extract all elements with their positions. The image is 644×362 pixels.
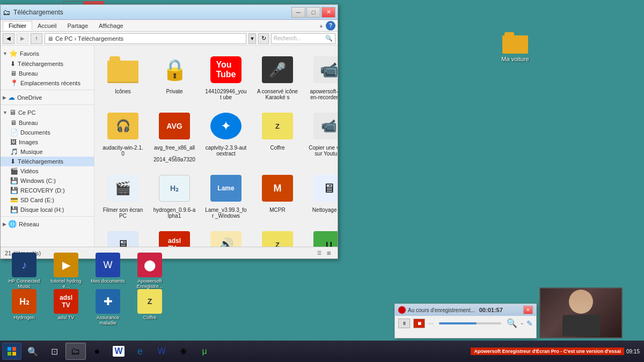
file-youtube[interactable]: YouTube 1441029946_yout ube	[202, 50, 250, 103]
search-box[interactable]: Recherch... 🔍	[271, 33, 335, 44]
view-list-btn[interactable]: ☰	[315, 249, 324, 257]
sidebar-item-telechargements-fav[interactable]: ⬇ Téléchargements	[1, 59, 94, 69]
sidebar-section-reseau[interactable]: ▶ 🌐 Réseau	[1, 218, 94, 230]
file-filmer[interactable]: 🎬 Filmer son écran PC	[99, 168, 147, 221]
sidebar-section-cepc[interactable]: ▼ 🖥 Ce PC	[1, 107, 94, 118]
file-icon-captvity: ✦	[209, 109, 243, 143]
title-bar: 🗂 Téléchargements ─ □ ✕	[1, 5, 338, 20]
sidebar-item-musique[interactable]: 🎵Musique	[1, 147, 94, 157]
file-coffre2[interactable]: Z	[253, 225, 302, 247]
file-utorrent[interactable]: μ	[305, 225, 338, 247]
bottom-app-assurance[interactable]: ✚ Assurance maladie	[89, 289, 127, 326]
taskbar-utorrent[interactable]: μ	[194, 343, 215, 360]
file-label: Filmer son écran PC	[101, 207, 144, 219]
address-dropdown[interactable]: ▼	[248, 33, 256, 44]
recording-status-icon	[398, 306, 406, 314]
tab-fichier[interactable]: Fichier	[3, 21, 32, 31]
minimize-button[interactable]: ─	[291, 7, 305, 18]
file-karaoke[interactable]: 🎤 A conservé icône Karaoké s	[253, 50, 302, 103]
sidebar-item-recovery-d[interactable]: 💾RECOVERY (D:)	[1, 186, 94, 195]
file-private[interactable]: 🔒 Private	[150, 50, 199, 103]
ribbon-tabs: Fichier Accueil Partage Affichage ▲ ?	[1, 20, 338, 32]
tab-affichage[interactable]: Affichage	[93, 21, 129, 30]
maximize-button[interactable]: □	[306, 7, 320, 18]
taskbar-word[interactable]: W	[108, 343, 129, 360]
file-audacity[interactable]: 🎧 audacity-win-2.1. 0	[99, 106, 147, 165]
up-button[interactable]: ↑	[31, 33, 42, 44]
sidebar-item-windows-c[interactable]: 💾Windows (C:)	[1, 176, 94, 186]
sidebar-section-favoris[interactable]: ▼ ⭐ Favoris	[1, 48, 94, 59]
explorer-content: ▼ ⭐ Favoris ⬇ Téléchargements 🖥 Bureau 📍…	[1, 46, 338, 247]
recording-dots[interactable]: ···	[428, 320, 434, 327]
back-button[interactable]: ◀	[3, 33, 14, 44]
webcam-content	[540, 289, 621, 337]
recording-pause-btn[interactable]: ⏸	[398, 319, 410, 328]
taskbar-task-view[interactable]: ⊡	[44, 343, 64, 360]
file-icon-private: 🔒	[157, 53, 192, 87]
file-icon-audacity: 🎧	[106, 109, 140, 143]
address-path[interactable]: 🖥 Ce PC › Téléchargements	[45, 33, 246, 44]
tab-accueil[interactable]: Accueil	[32, 21, 62, 30]
file-icon-apowersoft: 📹	[312, 53, 338, 87]
file-mcpr[interactable]: M MCPR	[253, 168, 302, 221]
taskbar-cortana[interactable]: ❋	[173, 343, 193, 360]
file-icon-copier-video: 📹	[312, 109, 338, 143]
desktop-icon-ma-voiture[interactable]: Ma voiture	[494, 32, 537, 62]
recording-more-btn[interactable]: -	[521, 319, 523, 328]
bottom-app-hydrogen[interactable]: H₂ Hydrogen	[5, 289, 43, 326]
file-speaker[interactable]: 🔊	[202, 225, 250, 247]
taskbar-explorer[interactable]: 🗂	[65, 343, 86, 360]
sidebar-item-images[interactable]: 🖼Images	[1, 137, 94, 147]
sidebar-item-videos[interactable]: 🎬Vidéos	[1, 166, 94, 176]
bottom-app-adsltv[interactable]: adslTV adsl TV	[47, 289, 85, 326]
title-bar-controls: ─ □ ✕	[291, 7, 335, 18]
file-coffre[interactable]: Z Coffre	[253, 106, 302, 165]
file-captvity[interactable]: ✦ captvity-2.3.9-aut oextract	[202, 106, 250, 165]
close-button[interactable]: ✕	[321, 7, 335, 18]
bottom-app-tutoriel[interactable]: ▶ tutoriel hydrog e...	[47, 253, 85, 289]
file-copier-video[interactable]: 📹 Copier une vidéo sur Youtube	[305, 106, 338, 165]
recording-camera-icon[interactable]: 🔍	[507, 318, 517, 328]
file-hydrogen[interactable]: H₂ hydrogen_0.9.6-a lpha1	[150, 168, 199, 221]
sidebar-favoris-label: Favoris	[20, 50, 39, 57]
file-nettoyage[interactable]: 🖥 Nettoyage PC	[305, 168, 338, 221]
sidebar-item-telechargements[interactable]: ⬇Téléchargements	[1, 157, 94, 166]
recording-close-btn[interactable]: ✕	[523, 306, 533, 314]
bottom-app-hp-music[interactable]: ♪ HP Connected Music	[5, 253, 43, 289]
file-label: avg_free_x86_all_ 2014_4569a7320	[153, 145, 196, 162]
sidebar-item-documents[interactable]: 📄Documents	[1, 128, 94, 137]
tab-partage[interactable]: Partage	[62, 21, 93, 30]
help-button[interactable]: ?	[326, 21, 335, 31]
sidebar-item-emplacements[interactable]: 📍 Emplacements récents	[1, 78, 94, 88]
sidebar-item-bureau-fav[interactable]: 🖥 Bureau	[1, 69, 94, 78]
bottom-app-apowersoft[interactable]: ⬤ Apowersoft Enregistre...	[131, 253, 169, 289]
file-icones[interactable]: Icônes	[99, 50, 147, 103]
bottom-app-coffre[interactable]: Z Coffre	[131, 289, 169, 326]
sidebar-item-bureau[interactable]: 🖥Bureau	[1, 118, 94, 128]
sidebar-item-sdcard-e[interactable]: 💳SD Card (E:)	[1, 195, 94, 205]
bottom-app-mes-documents[interactable]: W Mes documents	[89, 253, 127, 289]
forward-button[interactable]: ▶	[17, 33, 28, 44]
file-avg[interactable]: AVG avg_free_x86_all_ 2014_4569a7320	[150, 106, 199, 165]
start-button[interactable]	[2, 343, 21, 360]
file-adsltv[interactable]: adslTV	[150, 225, 199, 247]
taskbar-word2[interactable]: W	[151, 343, 172, 360]
file-icon-hydrogen: H₂	[157, 171, 192, 205]
file-apowersoft[interactable]: 📹 apowersoft-scre en-recorder-pro	[305, 50, 338, 103]
taskbar-chrome[interactable]: ●	[87, 343, 107, 360]
sidebar-item-label: Téléchargements	[18, 61, 63, 67]
recording-edit-btn[interactable]: ✎	[526, 319, 533, 328]
sidebar-section-onedrive[interactable]: ▶ ☁ OneDrive	[1, 92, 94, 103]
recording-stop-btn[interactable]: ⏹	[413, 319, 425, 328]
recording-title-bar: Au cours d'enregistrement... 00:01:57 ✕	[395, 304, 536, 316]
sidebar-item-disque-h[interactable]: 💾Disque local (H:)	[1, 205, 94, 215]
sidebar-divider-1	[1, 90, 94, 90]
file-monitor[interactable]: 🖥	[99, 225, 147, 247]
recording-slider[interactable]	[439, 322, 501, 324]
ribbon-collapse[interactable]: ▲	[319, 23, 324, 28]
view-grid-btn[interactable]: ⊞	[325, 249, 333, 257]
refresh-button[interactable]: ↻	[258, 33, 269, 44]
taskbar-search[interactable]: 🔍	[23, 343, 43, 360]
taskbar-internet-explorer[interactable]: e	[130, 343, 150, 360]
file-lame[interactable]: Lame Lame_v3.99.3_for _Windows	[202, 168, 250, 221]
